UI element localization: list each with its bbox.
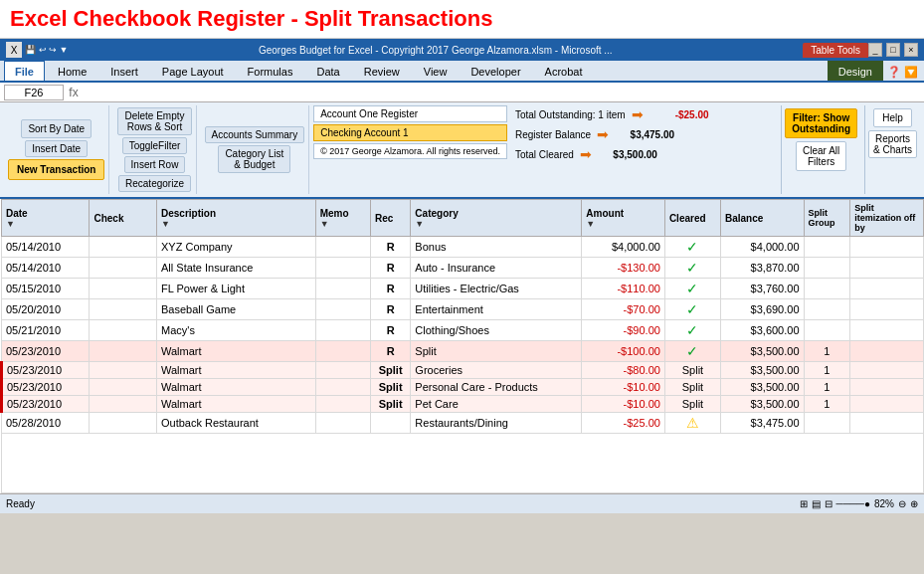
insert-row-button[interactable]: Insert Row [124,156,186,173]
cell-check [90,237,157,258]
cell-description: Walmart [157,396,316,413]
excel-icon: X [6,42,22,58]
formula-divider: fx [64,86,84,99]
minimize-button[interactable]: _ [868,43,882,57]
table-row[interactable]: 05/23/2010 Walmart Split Personal Care -… [2,379,924,396]
arrow-cleared: ➡ [580,146,592,162]
cell-cleared: ✓ [664,299,720,320]
table-row[interactable]: 05/21/2010 Macy's R Clothing/Shoes -$90.… [2,320,924,341]
delete-empty-rows-button[interactable]: Delete Empty Rows & Sort [117,107,191,135]
reports-charts-button[interactable]: Reports & Charts [868,130,917,158]
tab-home[interactable]: Home [47,61,97,81]
col-header-description: Description ▼ [157,200,316,237]
expand-icon[interactable]: 🔽 [904,66,918,79]
tab-review[interactable]: Review [353,61,411,81]
cell-split-group [804,299,850,320]
new-transaction-button[interactable]: New Transaction [8,159,104,180]
table-row[interactable]: 05/14/2010 XYZ Company R Bonus $4,000.00… [2,237,924,258]
formula-input[interactable] [84,86,920,99]
cell-cleared: ✓ [664,237,720,258]
tab-insert[interactable]: Insert [99,61,149,81]
cell-split-group [804,258,850,279]
clear-all-filters-button[interactable]: Clear All Filters [796,141,846,171]
restore-button[interactable]: □ [886,43,900,57]
normal-view-icon[interactable]: ▤ [812,498,821,509]
table-row[interactable]: 05/15/2010 FL Power & Light R Utilities … [2,279,924,299]
zoom-out-icon[interactable]: ⊖ [898,498,906,509]
col-header-split-itemize: Split itemization off by [850,200,924,237]
toggle-filter-button[interactable]: ToggleFilter [122,137,188,154]
cell-split-by [850,299,924,320]
table-row[interactable]: 05/28/2010 Outback Restaurant Restaurant… [2,413,924,434]
table-row[interactable]: 05/23/2010 Walmart Split Groceries -$80.… [2,362,924,379]
cell-cleared: ⚠ [664,413,720,434]
cell-balance: $3,870.00 [721,258,805,279]
zoom-in-icon[interactable]: ⊕ [910,498,918,509]
cell-cleared: Split [664,362,720,379]
cell-split-group [804,279,850,299]
tab-page-layout[interactable]: Page Layout [151,61,235,81]
window-chrome: X 💾 ↩ ↪ ▼ Georges Budget for Excel - Cop… [0,39,924,61]
cell-memo [315,299,370,320]
table-row[interactable]: 05/23/2010 Walmart Split Pet Care -$10.0… [2,396,924,413]
table-row[interactable]: 05/23/2010 Walmart R Split -$100.00 ✓ $3… [2,341,924,362]
cell-rec: R [371,258,411,279]
cell-reference[interactable] [4,85,64,100]
sort-by-date-button[interactable]: Sort By Date [21,119,92,138]
table-row[interactable]: 05/20/2010 Baseball Game R Entertainment… [2,299,924,320]
cell-date: 05/23/2010 [2,362,90,379]
help-icon[interactable]: ❓ [887,66,901,79]
col-header-split-group: Split Group [804,200,850,237]
page-break-icon[interactable]: ⊟ [825,498,832,509]
account-type-box: Checking Account 1 [313,124,507,141]
page-layout-icon[interactable]: ⊞ [800,498,808,509]
cell-split-by [850,237,924,258]
tab-data[interactable]: Data [305,61,350,81]
close-button[interactable]: × [904,43,918,57]
col-header-balance: Balance [721,200,805,237]
cell-description: Walmart [157,362,316,379]
tab-acrobat[interactable]: Acrobat [534,61,594,81]
insert-date-button[interactable]: Insert Date [25,140,88,157]
window-controls: _ □ × [868,43,918,57]
tab-file[interactable]: File [4,61,45,81]
cell-rec: R [371,237,411,258]
cell-balance: $4,000.00 [721,237,805,258]
cell-category: Auto - Insurance [411,258,582,279]
cell-split-by [850,379,924,396]
cell-split-by [850,258,924,279]
tab-developer[interactable]: Developer [460,61,531,81]
cell-cleared: ✓ [664,341,720,362]
cell-amount: -$70.00 [582,299,665,320]
tab-formulas[interactable]: Formulas [237,61,304,81]
category-list-button[interactable]: Category List & Budget [218,145,290,173]
help-button[interactable]: Help [873,108,912,127]
table-tools-tab: Table Tools [803,43,868,58]
zoom-slider[interactable]: ────● [836,498,870,509]
cell-check [90,299,157,320]
filter-show-button[interactable]: Filter: Show Outstanding [785,108,857,138]
cell-category: Bonus [411,237,582,258]
cell-description: XYZ Company [157,237,316,258]
cell-split-by [850,413,924,434]
tab-design[interactable]: Design [828,61,883,81]
cell-category: Pet Care [411,396,582,413]
cell-description: Walmart [157,379,316,396]
cell-memo [315,279,370,299]
cell-check [90,396,157,413]
cell-balance: $3,475.00 [721,413,805,434]
cell-split-group [804,320,850,341]
col-header-amount: Amount ▼ [582,200,665,237]
table-row[interactable]: 05/14/2010 All State Insurance R Auto - … [2,258,924,279]
cell-description: FL Power & Light [157,279,316,299]
page-title: Excel Checkbook Register - Split Transac… [0,0,924,39]
cell-date: 05/21/2010 [2,320,90,341]
ribbon-group-edit: Delete Empty Rows & Sort ToggleFilter In… [113,105,196,194]
cell-description: Walmart [157,341,316,362]
cell-rec: Split [371,379,411,396]
cell-memo [315,379,370,396]
accounts-summary-button[interactable]: Accounts Summary [205,126,305,143]
cell-category: Groceries [411,362,582,379]
tab-view[interactable]: View [413,61,459,81]
recategorize-button[interactable]: Recategorize [118,175,191,192]
